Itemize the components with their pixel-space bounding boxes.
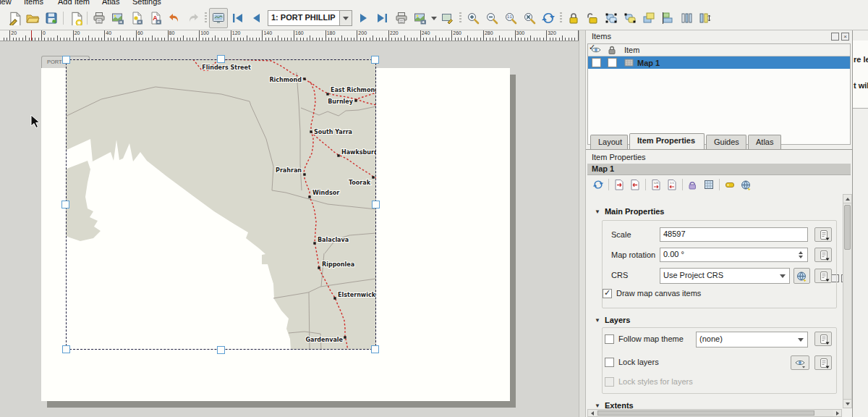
resize-handle-se[interactable] (371, 345, 379, 353)
add-items-from-template-button[interactable] (23, 8, 42, 28)
ungroup-items-button[interactable] (621, 8, 639, 28)
menu-view[interactable]: View (0, 0, 12, 6)
scale-override-button[interactable] (814, 227, 832, 242)
scroll-down-icon[interactable] (843, 399, 851, 408)
resize-items-button[interactable] (696, 8, 715, 28)
lock-layers-override-button[interactable] (814, 355, 832, 370)
view-scale-in-canvas-button[interactable]: 1:1 (664, 177, 680, 193)
menu-settings[interactable]: Settings (132, 0, 161, 6)
collapse-arrow-icon: ▼ (595, 403, 600, 409)
distribute-items-button[interactable] (677, 8, 696, 28)
float-panel-icon[interactable] (831, 33, 839, 41)
print-button[interactable] (90, 8, 109, 28)
first-feature-button[interactable] (228, 8, 247, 28)
resize-handle-s[interactable] (217, 346, 225, 354)
draw-map-canvas-items-checkbox[interactable] (603, 289, 612, 298)
lock-layers-checkbox[interactable] (605, 358, 614, 367)
layer-visibility-button[interactable] (791, 355, 809, 370)
menu-items[interactable]: Items (24, 0, 43, 6)
section-main-properties[interactable]: ▼Main Properties (595, 207, 664, 216)
item-lock-checkbox[interactable] (608, 58, 617, 67)
vertical-scroll-slider[interactable] (844, 205, 851, 250)
raise-items-button[interactable] (639, 8, 658, 28)
export-atlas-button[interactable] (411, 8, 430, 28)
layout-canvas[interactable]: PORT PHILLIP (0, 41, 579, 417)
resize-handle-w[interactable] (61, 201, 69, 208)
refresh-map-preview-button[interactable] (590, 177, 606, 193)
redo-button[interactable] (184, 8, 203, 28)
new-layout-button[interactable] (66, 8, 85, 28)
resize-handle-n[interactable] (217, 55, 225, 63)
map-item[interactable]: Flinders StreetRichmondEast RichmondBurn… (66, 59, 376, 350)
set-extent-to-canvas-button[interactable] (611, 177, 627, 193)
theme-override-button[interactable] (814, 332, 832, 346)
tab-guides[interactable]: Guides (706, 135, 746, 149)
zoom-full-extent-button[interactable] (520, 8, 539, 28)
menu-add-item[interactable]: Add Item (58, 0, 90, 6)
svg-text:1:1: 1:1 (507, 15, 512, 19)
undo-button[interactable] (165, 8, 184, 28)
scroll-up-icon[interactable] (843, 195, 851, 203)
lock-items-button[interactable] (564, 8, 583, 28)
item-visibility-checkbox[interactable] (592, 58, 601, 67)
export-atlas-dropdown[interactable] (430, 8, 438, 28)
labeling-settings-button[interactable] (722, 177, 738, 193)
crs-select-button[interactable] (793, 268, 810, 284)
crs-combo[interactable]: Use Project CRS (660, 268, 790, 284)
resize-handle-e[interactable] (372, 201, 380, 208)
zoom-actual-size-button[interactable]: 1:1 (501, 8, 520, 28)
align-items-button[interactable] (658, 8, 677, 28)
scroll-left-icon[interactable] (588, 410, 596, 416)
rotation-override-button[interactable] (814, 248, 832, 262)
section-layers[interactable]: ▼Layers (595, 316, 630, 324)
preview-atlas-toggle[interactable] (209, 8, 228, 28)
item-label: Map 1 (637, 59, 660, 67)
resize-handle-nw[interactable] (62, 56, 70, 64)
resize-handle-sw[interactable] (62, 345, 70, 353)
tab-atlas[interactable]: Atlas (748, 135, 781, 149)
export-as-image-button[interactable] (109, 8, 127, 28)
collapse-arrow-icon: ▼ (595, 317, 600, 324)
previous-feature-button[interactable] (247, 8, 265, 28)
clipping-settings-button[interactable] (738, 177, 754, 193)
items-row-map-1[interactable]: Map 1 (588, 56, 850, 69)
panel-splitter[interactable] (579, 30, 586, 417)
map-theme-combo[interactable]: (none) (696, 332, 808, 348)
unlock-items-button[interactable] (583, 8, 602, 28)
interactive-edit-button[interactable] (685, 177, 701, 193)
rotation-spin-buttons[interactable] (796, 249, 806, 261)
properties-horizontal-scrollbar[interactable] (587, 409, 842, 417)
group-items-button[interactable] (602, 8, 621, 28)
map-rotation-spinbox[interactable]: 0.00 ° (660, 248, 808, 262)
view-extent-in-canvas-button[interactable] (627, 177, 643, 193)
mouse-cursor-icon (30, 114, 41, 129)
properties-vertical-scrollbar[interactable] (843, 194, 852, 408)
horizontal-scroll-slider[interactable] (597, 410, 814, 416)
zoom-out-button[interactable] (482, 8, 501, 28)
resize-handle-ne[interactable] (371, 56, 379, 64)
layout-properties-button[interactable] (4, 8, 23, 28)
tab-layout[interactable]: Layout (590, 135, 628, 149)
menu-atlas[interactable]: Atlas (102, 0, 119, 6)
close-panel-icon[interactable]: × (841, 33, 849, 41)
crs-override-button[interactable] (814, 269, 832, 283)
refresh-view-button[interactable] (539, 8, 558, 28)
atlas-settings-button[interactable] (438, 8, 457, 28)
move-content-button[interactable] (701, 177, 717, 193)
atlas-feature-dropdown[interactable] (340, 10, 352, 26)
scroll-right-icon[interactable] (833, 410, 841, 416)
set-scale-to-canvas-button[interactable]: 123 (648, 177, 664, 193)
print-atlas-button[interactable] (392, 8, 411, 28)
scale-input[interactable]: 48597 (660, 227, 808, 242)
export-as-pdf-button[interactable]: A (146, 8, 165, 28)
svg-text:Gardenvale: Gardenvale (305, 337, 343, 343)
zoom-in-button[interactable] (464, 8, 482, 28)
export-as-svg-button[interactable] (127, 8, 146, 28)
last-feature-button[interactable] (373, 8, 392, 28)
follow-map-theme-checkbox[interactable] (605, 334, 614, 344)
tab-item-properties[interactable]: Item Properties (629, 133, 705, 149)
item-properties-panel-title: Item Properties × (586, 151, 852, 164)
next-feature-button[interactable] (354, 8, 373, 28)
save-as-template-button[interactable] (42, 8, 61, 28)
atlas-feature-combo[interactable]: 1: PORT PHILLIP (268, 10, 352, 26)
